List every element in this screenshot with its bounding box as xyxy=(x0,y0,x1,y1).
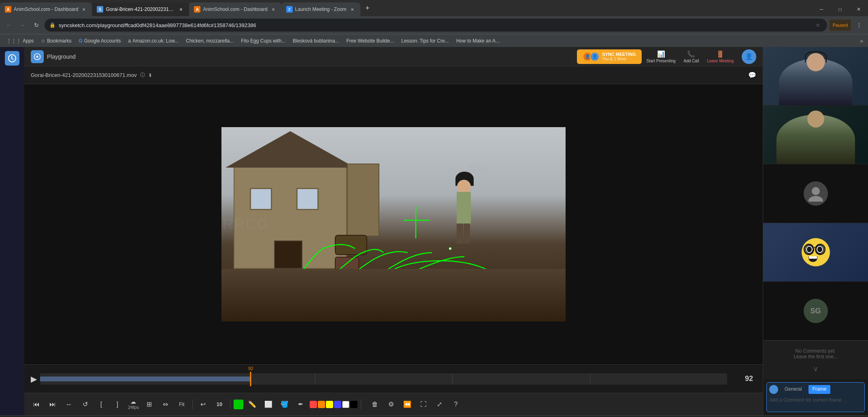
tab-1-favicon: A xyxy=(5,6,11,13)
bookmark-star-icon[interactable]: ☆ xyxy=(814,21,822,29)
tab-1-close[interactable]: ✕ xyxy=(81,6,87,13)
address-bar-row: ← → ↻ 🔒 syncsketch.com/playground/ffcad0… xyxy=(0,16,868,34)
timeline-area: ▶ 92 92 xyxy=(24,364,763,393)
address-bar[interactable]: 🔒 syncsketch.com/playground/ffcad0df4281… xyxy=(45,19,827,32)
next-frame-button[interactable]: ⏭ xyxy=(45,397,60,412)
cartoon-face xyxy=(800,236,832,268)
tab-4-close[interactable]: ✕ xyxy=(349,6,355,13)
reload-button[interactable]: ↻ xyxy=(31,19,42,31)
svg-point-8 xyxy=(812,187,820,195)
user-avatar[interactable]: 👤 xyxy=(742,49,756,64)
add-call-button[interactable]: 📞 Add Call xyxy=(681,49,702,65)
loop-button[interactable]: ↺ xyxy=(78,397,92,412)
bookmark-chicken-label: Chicken, mozzarella... xyxy=(186,38,234,44)
brush-tool[interactable]: ✏️ xyxy=(245,397,260,412)
bookmark-howto[interactable]: How to Make an A... xyxy=(453,37,503,45)
bookmark-lesson[interactable]: Lesson: Tips for Cre... xyxy=(398,37,452,45)
sync-meeting-sublabel: You & 1 More xyxy=(602,57,636,61)
google-icon: G xyxy=(79,38,82,44)
bookmark-filo[interactable]: Filo Egg Cups with... xyxy=(238,37,289,45)
forward-button[interactable]: → xyxy=(17,19,28,31)
glasses-right xyxy=(815,244,825,255)
comment-input-placeholder[interactable]: Add a Comment for current frame ... xyxy=(769,397,862,409)
black-swatch[interactable] xyxy=(350,401,357,408)
sync-meeting-button[interactable]: 👤 👤 SYNC MEETING You & 1 More xyxy=(577,49,642,64)
comment-tab-frame[interactable]: Frame xyxy=(808,385,831,394)
leave-meeting-button[interactable]: 🚪 Leave Meeting xyxy=(704,49,737,65)
grid-button[interactable]: ⊞ xyxy=(142,397,157,412)
in-point-button[interactable]: [ xyxy=(94,397,108,412)
expand-comments-icon[interactable]: ∨ xyxy=(767,363,864,375)
tab-3[interactable]: A AnimSchool.com - Dashboard ✕ xyxy=(189,2,281,16)
close-button[interactable]: ✕ xyxy=(849,2,868,16)
minimize-button[interactable]: ─ xyxy=(812,2,831,16)
participant-2 xyxy=(763,106,868,164)
scene-background xyxy=(221,127,566,321)
replay-button[interactable]: ⏪ xyxy=(400,397,415,412)
bookmark-google[interactable]: G Google Accounts xyxy=(75,37,124,45)
tab-1[interactable]: A AnimSchool.com - Dashboard ✕ xyxy=(0,2,92,16)
help-button[interactable]: ? xyxy=(449,397,463,412)
back-button[interactable]: ← xyxy=(3,19,15,31)
comments-icon[interactable]: 💬 xyxy=(748,71,756,79)
new-tab-button[interactable]: + xyxy=(362,2,373,14)
frame-step-button[interactable]: 10 xyxy=(212,397,227,412)
tab-2-favicon: S xyxy=(97,6,103,13)
bookmark-chicken[interactable]: Chicken, mozzarella... xyxy=(183,37,237,45)
comment-tab-general[interactable]: General xyxy=(781,385,806,394)
sync-meeting-label: SYNC MEETING xyxy=(602,52,636,57)
fill-tool[interactable]: 🪣 xyxy=(277,397,292,412)
leave-label: Leave Meeting xyxy=(707,59,734,63)
play-button[interactable]: ▶ xyxy=(28,374,40,384)
app-logo-area: Playground xyxy=(31,50,76,63)
bookmark-website[interactable]: Free Website Builde... xyxy=(343,37,397,45)
fit-button[interactable]: Fit xyxy=(174,397,189,412)
timeline-track[interactable]: 92 xyxy=(40,373,727,385)
flip-h-button[interactable]: ⇔ xyxy=(158,397,173,412)
bookmark-bookmarks[interactable]: ☆ Bookmarks xyxy=(38,37,74,45)
download-icon[interactable]: ⬇ xyxy=(148,72,152,78)
blue-swatch[interactable] xyxy=(334,401,341,408)
tab-2-close[interactable]: ✕ xyxy=(178,6,184,13)
pen-tool[interactable]: ✒ xyxy=(294,397,308,412)
toolbar-sep-3 xyxy=(361,400,361,409)
character-leg-right xyxy=(464,223,470,244)
white-swatch[interactable] xyxy=(342,401,349,408)
filename-text: Gorai-Bricen-421-202002231530100671.mov xyxy=(31,72,137,78)
fullscreen-button[interactable]: ⛶ xyxy=(416,397,431,412)
prev-frame-button[interactable]: ⏮ xyxy=(29,397,44,412)
tab-3-title: AnimSchool.com - Dashboard xyxy=(203,6,267,12)
meeting-area: 👤 👤 SYNC MEETING You & 1 More 📊 Start Pr… xyxy=(577,49,756,65)
settings-button[interactable]: ⚙ xyxy=(384,397,398,412)
bookmark-amazon[interactable]: a Amazon.co.uk: Low... xyxy=(125,37,182,45)
red-swatch[interactable] xyxy=(310,401,317,408)
maximize-button[interactable]: □ xyxy=(831,2,849,16)
zoom-video-grid: SG xyxy=(763,47,868,340)
undo-button[interactable]: ↩ xyxy=(196,397,211,412)
delete-button[interactable]: 🗑 xyxy=(368,397,382,412)
svg-point-0 xyxy=(36,55,38,57)
timeline-playhead xyxy=(250,372,251,386)
bookmark-apps[interactable]: ⋮⋮⋮ Apps xyxy=(3,37,37,45)
paused-indicator[interactable]: Paused xyxy=(830,19,851,31)
tab-1-title: AnimSchool.com - Dashboard xyxy=(14,6,78,12)
frame-counter: 92 xyxy=(727,374,760,383)
green-color-swatch[interactable] xyxy=(234,400,243,409)
out-point-button[interactable]: ] xyxy=(110,397,125,412)
info-icon[interactable]: ⓘ xyxy=(140,72,145,79)
timeline-frame-label: 92 xyxy=(248,366,253,371)
orange-swatch[interactable] xyxy=(318,401,325,408)
tab-3-close[interactable]: ✕ xyxy=(270,6,277,13)
start-presenting-button[interactable]: 📊 Start Presenting xyxy=(643,49,679,65)
tab-4[interactable]: Z Launch Meeting - Zoom ✕ xyxy=(281,2,360,16)
tab-2[interactable]: S Gorai-Bricen-421-202002231530... ✕ xyxy=(92,2,189,16)
extensions-button[interactable]: ⋮ xyxy=(853,19,865,31)
bookmarks-more-button[interactable]: » xyxy=(858,36,865,46)
bookmark-bleskov[interactable]: Blesková bublanina... xyxy=(289,37,342,45)
bookmark-bookmarks-label: Bookmarks xyxy=(47,38,71,44)
expand-button[interactable]: ⤢ xyxy=(432,397,447,412)
yellow-swatch[interactable] xyxy=(326,401,333,408)
eraser-tool[interactable]: ⬜ xyxy=(261,397,276,412)
range-button[interactable]: ↔ xyxy=(62,397,76,412)
upload-button[interactable]: ☁ 24fps xyxy=(126,397,140,412)
